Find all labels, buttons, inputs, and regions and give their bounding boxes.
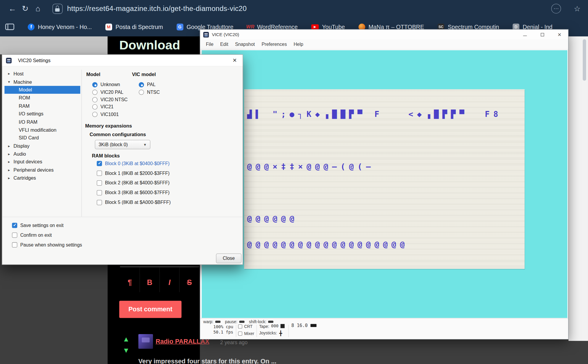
tree-item-vfli-modification[interactable]: VFLI modification (4, 126, 80, 134)
url-field[interactable]: https://reset64-magazine.itch.io/get-the… (67, 4, 247, 13)
ram-blocks-heading: RAM blocks (92, 153, 120, 159)
bold-format-button[interactable]: B (140, 267, 160, 292)
radio-model-vic21[interactable]: VIC21 (92, 104, 114, 110)
post-comment-button[interactable]: Post comment (119, 301, 181, 318)
tree-item-io-ram[interactable]: I/O RAM (4, 118, 80, 126)
site-info-icon[interactable] (52, 4, 62, 14)
tab-groups-icon[interactable] (5, 24, 14, 30)
chevron-right-icon[interactable] (7, 152, 12, 156)
tree-item-rom[interactable]: ROM (4, 94, 80, 102)
vice-statusbar: warp: pause: shift-lock: 100% cpu 50.1 f… (200, 318, 568, 339)
radio-model-vic1001[interactable]: VIC1001 (92, 111, 119, 118)
checkbox-icon (97, 161, 102, 166)
minimize-icon (523, 36, 527, 36)
favorite-star-icon[interactable]: ☆ (574, 4, 581, 13)
mixer-checkbox[interactable]: Mixer (238, 331, 254, 336)
menu-preferences[interactable]: Preferences (258, 42, 290, 47)
checkbox-icon (97, 181, 102, 186)
bookmark-honey-venom[interactable]: f Honey Venom - Ho... (28, 23, 92, 30)
tape-status[interactable]: Tape: 000 (259, 324, 285, 328)
common-config-dropdown[interactable]: 3KiB (block 0) (95, 140, 151, 149)
paragraph-format-button[interactable]: ¶ (120, 267, 140, 292)
crt-checkbox[interactable]: CRT (238, 324, 253, 328)
radio-model-unknown[interactable]: Unknown (92, 81, 120, 88)
dialog-close-icon[interactable] (229, 57, 240, 63)
drive-led-icon (311, 324, 317, 327)
menu-file[interactable]: File (202, 42, 217, 47)
checkbox-confirm-on-exit[interactable]: Confirm on exit (12, 232, 52, 239)
checkbox-block-0[interactable]: Block 0 (3KiB at $0400-$0FFF) (97, 160, 170, 167)
joysticks-status[interactable]: Joysticks: (259, 331, 282, 335)
tree-item-host[interactable]: Host (4, 70, 80, 78)
radio-model-vic20-pal[interactable]: VIC20 PAL (92, 89, 123, 96)
settings-tree: Host Machine Model ROM RAM I/O settings … (4, 70, 80, 182)
checkbox-pause-when-showing-settings[interactable]: Pause when showing settings (12, 241, 82, 248)
dialog-title: VIC20 Settings (18, 58, 51, 63)
radio-model-vic20-ntsc[interactable]: VIC20 NTSC (92, 96, 128, 103)
tree-item-display[interactable]: Display (4, 142, 80, 150)
checkbox-block-1[interactable]: Block 1 (8KiB at $2000-$3FFF) (97, 170, 170, 177)
upvote-arrow-icon[interactable]: ▲ (123, 335, 130, 344)
dialog-titlebar[interactable]: VIC20 Settings (2, 55, 243, 66)
chevron-right-icon[interactable] (7, 144, 12, 148)
radio-vic-ntsc[interactable]: NTSC (139, 89, 160, 96)
chevron-down-icon (143, 143, 146, 146)
emulator-screen: ▟▌ ";●┐K◆▗██▛▀ F <◆▗█▛▛▀ F8 @@@×‡‡×@@@—(… (244, 89, 525, 269)
home-icon[interactable]: ⌂ (31, 4, 44, 13)
emulator-border: ▟▌ ";●┐K◆▗██▛▀ F <◆▗█▛▛▀ F8 @@@×‡‡×@@@—(… (202, 50, 568, 318)
menu-snapshot[interactable]: Snapshot (232, 42, 258, 47)
tree-item-io-settings[interactable]: I/O settings (4, 110, 80, 118)
back-icon[interactable]: ← (6, 4, 19, 13)
model-heading: Model (86, 72, 100, 77)
tape-motor-icon (281, 324, 285, 328)
shiftlock-toggle[interactable]: shift-lock: (249, 320, 273, 324)
tree-item-sid-card[interactable]: SID Card (4, 134, 80, 142)
chevron-right-icon[interactable] (7, 72, 12, 76)
chevron-right-icon[interactable] (7, 176, 12, 180)
pause-led-icon (239, 320, 244, 323)
chevron-down-icon[interactable] (7, 80, 12, 84)
radio-vic-pal[interactable]: PAL (139, 81, 156, 88)
menu-edit[interactable]: Edit (217, 42, 232, 47)
checkbox-icon (12, 233, 17, 238)
maximize-button[interactable] (534, 30, 551, 39)
pause-toggle[interactable]: pause: (225, 320, 244, 324)
tree-item-cartridges[interactable]: Cartridges (4, 174, 80, 182)
vice-titlebar[interactable]: VICE (VIC20) (200, 30, 568, 39)
avatar[interactable] (138, 334, 153, 349)
warp-toggle[interactable]: warp: (203, 320, 220, 324)
italic-format-button[interactable]: I (160, 267, 180, 292)
tree-item-ram[interactable]: RAM (4, 102, 80, 110)
tree-item-input-devices[interactable]: Input devices (4, 158, 80, 166)
checkbox-save-settings-on-exit[interactable]: Save settings on exit (12, 222, 64, 229)
radio-icon (92, 97, 98, 102)
checkbox-block-2[interactable]: Block 2 (8KiB at $4000-$5FFF) (97, 180, 170, 186)
scrollbar-thumb[interactable] (583, 39, 586, 80)
downvote-arrow-icon[interactable]: ▼ (123, 347, 130, 355)
checkbox-block-3[interactable]: Block 3 (8KiB at $6000-$7FFF) (97, 189, 170, 196)
checkbox-block-5[interactable]: Block 5 (8KiB at $A000-$BFFF) (97, 199, 171, 206)
strikethrough-format-button[interactable]: S (180, 267, 199, 292)
common-configurations-heading: Common configurations (90, 132, 146, 137)
maximize-icon (541, 33, 544, 36)
reload-icon[interactable]: ↻ (19, 4, 31, 13)
tree-item-audio[interactable]: Audio (4, 150, 80, 158)
chevron-right-icon[interactable] (7, 168, 12, 172)
chevron-right-icon[interactable] (7, 160, 12, 164)
more-options-icon[interactable]: ⋯ (551, 4, 561, 14)
drive-status[interactable]: 8 16.0 (291, 323, 317, 328)
checkbox-icon (97, 171, 102, 176)
minimize-button[interactable] (516, 30, 534, 39)
memory-expansions-heading: Memory expansions (85, 123, 132, 129)
vice-window-title: VICE (VIC20) (212, 32, 239, 37)
close-window-button[interactable] (551, 30, 568, 39)
tree-item-model[interactable]: Model (4, 86, 80, 94)
tree-item-peripheral-devices[interactable]: Peripheral devices (4, 166, 80, 174)
vice-menubar: File Edit Snapshot Preferences Help (200, 39, 568, 49)
vice-logo-icon (6, 58, 12, 63)
tree-item-machine[interactable]: Machine (4, 78, 80, 86)
menu-help[interactable]: Help (290, 42, 307, 47)
bookmark-posta-di-spectrum[interactable]: M Posta di Spectrum (105, 23, 163, 30)
radio-icon (92, 104, 98, 109)
close-dialog-button[interactable]: Close (216, 254, 241, 263)
